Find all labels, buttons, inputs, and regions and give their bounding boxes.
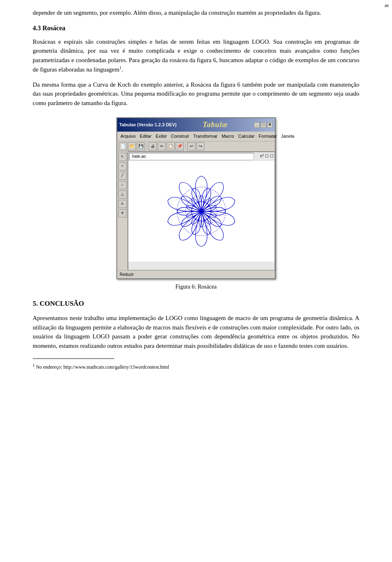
toolbar-sep-2 [185, 143, 186, 150]
menu-arquivo[interactable]: Arquivo [119, 132, 137, 140]
tabulae-window: Tabulae (Versão 1.2.3 DEV) Tabulæ _ □ ✕ … [116, 117, 276, 279]
maximize-button[interactable]: □ [261, 122, 266, 128]
toolbar-paste[interactable]: 📌 [176, 142, 184, 150]
tabulae-title-left: Tabulae (Versão 1.2.3 DEV) [119, 121, 176, 128]
toolbar-save[interactable]: 💾 [137, 142, 145, 150]
toolbar-new[interactable]: 📄 [119, 142, 127, 150]
toolbar-copy[interactable]: 📋 [167, 142, 175, 150]
footnote-divider [33, 358, 114, 359]
para-rosacea-manipulation: Da mesma forma que a Curva de Koch do ex… [33, 80, 359, 108]
close-button[interactable]: ✕ [267, 122, 273, 128]
tabulae-address-bar: .hate.ao [129, 153, 254, 160]
menu-formatar[interactable]: Formatar [257, 132, 279, 140]
tabulae-titlebar: Tabulae (Versão 1.2.3 DEV) Tabulæ _ □ ✕ [117, 118, 275, 132]
menu-calcular[interactable]: Calcular [236, 132, 256, 140]
tabulae-coords-display: n° ☐ ☐ [260, 153, 274, 159]
para-conclusao: Apresentamos neste trabalho uma implemen… [33, 313, 359, 350]
para-rosacea-desc: Rosáceas e espirais são construções simp… [33, 37, 359, 74]
corner-label: as [385, 2, 389, 9]
tabulae-title-text: Tabulae (Versão 1.2.3 DEV) [119, 121, 176, 128]
tabulae-toolbar: 📄 📂 💾 🖨 ✂ 📋 📌 ↩ ↪ [117, 141, 275, 152]
tool-text[interactable]: A [118, 200, 127, 208]
figure-6: Tabulae (Versão 1.2.3 DEV) Tabulæ _ □ ✕ … [33, 117, 359, 291]
toolbar-print[interactable]: 🖨 [149, 142, 157, 150]
menu-transformar[interactable]: Transformar [192, 132, 219, 140]
toolbar-sep-1 [147, 143, 147, 150]
tool-point[interactable]: • [118, 162, 127, 170]
tabulae-menubar: Arquivo Editar Exibir Construir Transfor… [117, 132, 275, 141]
toolbar-redo[interactable]: ↪ [196, 142, 205, 150]
footnote-ref-1: 1 [119, 65, 121, 70]
tabulae-drawing-area [128, 161, 274, 262]
tabulae-sidebar: ↖ • ╱ ○ △ A ✛ [117, 152, 128, 270]
footnote-text-1: No endereço: http://www.mathcats.com/gal… [36, 364, 169, 370]
tool-select[interactable]: ↖ [118, 153, 127, 161]
para-intro: depender de um segmento, por exemplo. Al… [33, 8, 359, 18]
address-text: .hate.ao [131, 153, 146, 159]
tool-line[interactable]: ╱ [118, 172, 127, 180]
tabulae-canvas: .hate.ao n° ☐ ☐ [128, 152, 275, 270]
minimize-button[interactable]: _ [254, 122, 260, 128]
tool-move[interactable]: ✛ [118, 209, 127, 217]
tabulae-logo: Tabulæ [203, 119, 228, 130]
tool-circle[interactable]: ○ [118, 181, 127, 189]
subsection-heading-rosacea: 4.3 Rosácea [33, 23, 359, 33]
tabulae-body: ↖ • ╱ ○ △ A ✛ .hate.ao n° ☐ ☐ [117, 152, 275, 270]
section-heading-conclusao: 5. CONCLUSÃO [33, 298, 359, 309]
tool-polygon[interactable]: △ [118, 190, 127, 199]
figure-caption-6: Figura 6: Rosácea [175, 282, 216, 291]
menu-construir[interactable]: Construir [169, 132, 191, 140]
tabulae-status-text: Reduzir [120, 271, 134, 278]
toolbar-open[interactable]: 📂 [128, 142, 136, 150]
footnote-number-1: 1 [33, 363, 35, 367]
rosacea-drawing [154, 164, 248, 258]
toolbar-undo[interactable]: ↩ [187, 142, 196, 150]
menu-janela[interactable]: Janela [279, 132, 296, 140]
footnote-1: 1 No endereço: http://www.mathcats.com/g… [33, 362, 359, 371]
toolbar-cut[interactable]: ✂ [158, 142, 166, 150]
menu-exibir[interactable]: Exibir [154, 132, 169, 140]
tabulae-statusbar: Reduzir [117, 270, 275, 278]
tabulae-window-buttons: _ □ ✕ [254, 122, 273, 128]
menu-editar[interactable]: Editar [138, 132, 153, 140]
menu-macro[interactable]: Macro [220, 132, 236, 140]
